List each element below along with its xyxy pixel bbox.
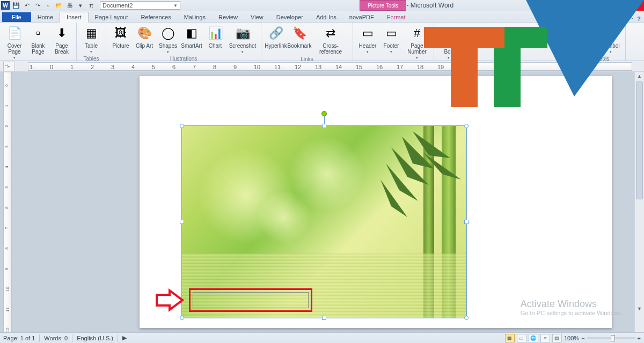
print-icon[interactable]: 🖶 — [65, 1, 74, 10]
header-button[interactable]: ▭Header▾ — [356, 24, 379, 55]
status-words[interactable]: Words: 0 — [44, 335, 68, 341]
resize-handle-se[interactable] — [464, 316, 469, 320]
signature-icon: ✒ — [511, 25, 520, 34]
tab-file[interactable]: File — [2, 12, 31, 22]
pagenum-icon: # — [408, 25, 426, 42]
resize-handle-sw[interactable] — [180, 316, 184, 320]
qat-more-icon[interactable]: ▾ — [76, 1, 85, 10]
equation-button[interactable]: πEquation▾ — [576, 24, 598, 55]
picture-button[interactable]: 🖼Picture — [109, 24, 132, 50]
new-icon[interactable]: ▫ — [44, 1, 53, 10]
tab-addins[interactable]: Add-Ins — [310, 12, 343, 22]
tab-home[interactable]: Home — [31, 12, 60, 22]
tab-references[interactable]: References — [134, 12, 177, 22]
smartart-button[interactable]: ◧SmartArt — [180, 24, 203, 50]
ribbon-tabs: File Home Insert Page Layout References … — [0, 11, 644, 23]
textbox-button[interactable]: AText Box▾ — [437, 24, 460, 61]
tab-review[interactable]: Review — [212, 12, 244, 22]
resize-handle-ne[interactable] — [464, 124, 469, 128]
table-button[interactable]: ▦Table▾ — [80, 24, 103, 55]
group-tables: ▦Table▾ Tables — [77, 23, 106, 61]
zoom-level[interactable]: 100% — [564, 335, 579, 341]
window-title: Document2 - Microsoft Word — [182, 2, 643, 9]
hyperlink-button[interactable]: 🔗Hyperlink — [265, 24, 287, 50]
rotation-handle[interactable] — [321, 111, 327, 116]
view-print-layout[interactable]: ▦ — [505, 334, 515, 342]
help-icon[interactable]: ? — [637, 16, 641, 22]
horizontal-ruler[interactable]: 2101234567891011121314151617181920 — [28, 62, 632, 71]
resize-handle-n[interactable] — [322, 124, 326, 128]
clipart-button[interactable]: 🎨Clip Art — [133, 24, 156, 50]
document-selector[interactable]: Document2▼ — [100, 1, 180, 10]
symbol-button[interactable]: ΩSymbol▾ — [599, 24, 622, 55]
blank-page-button[interactable]: ▫Blank Page — [27, 24, 49, 56]
chart-button[interactable]: 📊Chart — [204, 24, 226, 50]
save-icon[interactable]: 💾 — [12, 1, 20, 10]
annotation-textbox-highlight — [189, 288, 312, 312]
zoom-out-button[interactable]: − — [581, 335, 584, 341]
open-icon[interactable]: 📂 — [55, 1, 63, 10]
tab-view[interactable]: View — [244, 12, 270, 22]
tab-novapdf[interactable]: novaPDF — [343, 12, 380, 22]
dropcap-button[interactable]: A≡ — [485, 24, 507, 43]
datetime-button[interactable]: 📅Date & Time — [509, 35, 568, 44]
scroll-up-icon[interactable]: ▲ — [635, 72, 644, 80]
tab-mailings[interactable]: Mailings — [178, 12, 212, 22]
equation-icon: π — [579, 25, 596, 42]
equation-qat-icon[interactable]: π — [87, 1, 96, 10]
resize-handle-s[interactable] — [322, 316, 326, 320]
ruler-bar: ⌐ 2101234567891011121314151617181920 — [0, 61, 644, 72]
tab-insert[interactable]: Insert — [60, 12, 89, 23]
cover-page-button[interactable]: 📄Cover Page▾ — [3, 24, 26, 61]
group-illustrations: 🖼Picture 🎨Clip Art ◯Shapes▾ ◧SmartArt 📊C… — [106, 23, 261, 61]
clipart-icon: 🎨 — [136, 25, 153, 42]
page-number-button[interactable]: #Page Number▾ — [404, 24, 430, 61]
scroll-thumb[interactable] — [636, 81, 643, 199]
crossref-button[interactable]: ⇄Cross-reference — [312, 24, 349, 56]
maximize-button[interactable]: ▢ — [600, 0, 619, 11]
minimize-ribbon-icon[interactable]: ^ — [630, 16, 633, 22]
bookmark-button[interactable]: 🔖Bookmark — [288, 24, 311, 50]
scroll-down-icon[interactable]: ▼ — [635, 304, 644, 313]
minimize-button[interactable]: — — [581, 0, 600, 11]
hyperlink-icon: 🔗 — [267, 25, 284, 42]
tab-format[interactable]: Format — [380, 12, 412, 22]
page-break-button[interactable]: ⬇Page Break — [50, 24, 73, 56]
shapes-button[interactable]: ◯Shapes▾ — [157, 24, 179, 55]
undo-icon[interactable]: ↶ — [23, 1, 31, 10]
resize-handle-e[interactable] — [464, 220, 469, 224]
view-web-layout[interactable]: 🌐 — [529, 334, 538, 342]
group-label: Illustrations — [109, 55, 258, 62]
quick-access-toolbar: W 💾 ↶ ↷ ▫ 📂 🖶 ▾ π Document2▼ Document2 -… — [0, 0, 644, 11]
zoom-slider[interactable] — [587, 337, 635, 339]
blank-page-icon: ▫ — [30, 25, 47, 42]
group-header-footer: ▭Header▾ ▭Footer▾ #Page Number▾ Header &… — [353, 23, 434, 61]
screenshot-button[interactable]: 📷Screenshot▾ — [228, 24, 258, 55]
vertical-scrollbar[interactable]: ▲ ▼ — [634, 72, 644, 332]
status-language[interactable]: English (U.S.) — [77, 335, 113, 341]
zoom-control: 100% − + — [564, 335, 641, 341]
view-full-screen[interactable]: ▭ — [517, 334, 526, 342]
macro-icon[interactable]: ▶ — [122, 334, 127, 341]
resize-handle-w[interactable] — [180, 220, 184, 224]
header-icon: ▭ — [359, 25, 376, 42]
document-area: 10123456789101112 ▲ — [0, 72, 644, 332]
tab-page-layout[interactable]: Page Layout — [89, 12, 135, 22]
resize-handle-nw[interactable] — [180, 124, 184, 128]
page[interactable] — [140, 76, 612, 328]
textbox-inner[interactable] — [193, 292, 309, 308]
view-draft[interactable]: ▤ — [552, 334, 562, 342]
status-page[interactable]: Page: 1 of 1 — [3, 335, 35, 341]
wordart-button[interactable]: A — [461, 24, 484, 43]
tab-developer[interactable]: Developer — [270, 12, 310, 22]
footer-icon: ▭ — [383, 25, 400, 42]
vertical-ruler[interactable]: 10123456789101112 — [3, 72, 12, 332]
zoom-in-button[interactable]: + — [638, 335, 641, 341]
cover-page-icon: 📄 — [6, 25, 23, 42]
footer-button[interactable]: ▭Footer▾ — [380, 24, 402, 55]
signature-line-button[interactable]: ✒Signature Line▾ — [509, 25, 568, 34]
close-button[interactable]: ✕ — [619, 0, 644, 11]
group-label: Links — [265, 56, 349, 62]
redo-icon[interactable]: ↷ — [33, 1, 42, 10]
view-outline[interactable]: ≡ — [540, 334, 550, 342]
